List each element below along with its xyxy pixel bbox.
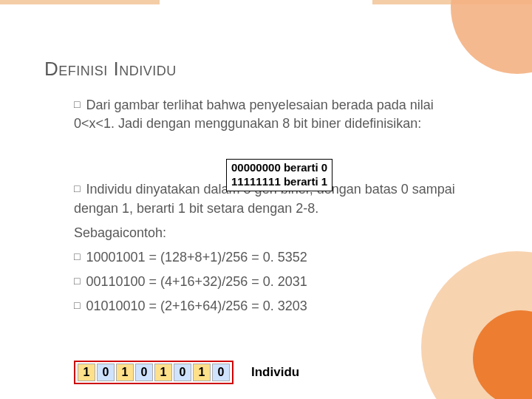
decor-bar — [160, 0, 372, 4]
bit-cell: 0 — [174, 364, 191, 381]
bullet-text: 10001001 = (128+8+1)/256 = 0. 5352 — [74, 248, 466, 267]
example-3: 01010010 = (2+16+64)/256 = 0. 3203 — [74, 297, 466, 316]
example-2: 00110100 = (4+16+32)/256 = 0. 2031 — [74, 273, 466, 291]
bullet-text: 01010010 = (2+16+64)/256 = 0. 3203 — [74, 297, 466, 316]
ex1-lead: 10001001 — [86, 250, 145, 265]
binary-meaning-box: 00000000 berarti 0 11111111 berarti 1 — [226, 159, 332, 191]
para2-lead: Individu — [86, 182, 132, 197]
slide: Definisi Individu Dari gambar terlihat b… — [0, 0, 532, 399]
bit-cell: 1 — [78, 364, 95, 381]
paragraph-1: Dari gambar terlihat bahwa penyelesaian … — [74, 96, 466, 133]
decor-circle — [451, 0, 532, 74]
para1-rest: gambar terlihat bahwa penyelesaian berad… — [74, 98, 434, 131]
individu-label: Individu — [251, 365, 299, 380]
bit-cell: 1 — [116, 364, 134, 381]
ex3-rest: = (2+16+64)/256 = 0. 3203 — [146, 299, 307, 313]
berarti-line-1: 00000000 berarti 0 — [231, 161, 327, 175]
ex2-rest: = (4+16+32)/256 = 0. 2031 — [146, 274, 307, 289]
bit-cell: 0 — [135, 364, 153, 381]
bit-cell: 1 — [193, 364, 211, 381]
ex1-rest: = (128+8+1)/256 = 0. 5352 — [146, 250, 307, 265]
individu-figure: 1 0 1 0 1 0 1 0 Individu — [74, 361, 299, 384]
bit-cell: 0 — [97, 364, 115, 381]
slide-title: Definisi Individu — [44, 58, 177, 81]
decor-bar — [0, 0, 160, 4]
contoh-label: Sebagaicontoh: — [74, 224, 466, 242]
slide-body: Dari gambar terlihat bahwa penyelesaian … — [74, 96, 466, 322]
bullet-text: 00110100 = (4+16+32)/256 = 0. 2031 — [74, 273, 466, 291]
para1-lead: Dari — [86, 98, 110, 112]
ex2-lead: 00110100 — [86, 274, 145, 289]
bit-row: 1 0 1 0 1 0 1 0 — [74, 361, 233, 384]
bit-cell: 0 — [212, 364, 230, 381]
berarti-line-2: 11111111 berarti 1 — [231, 175, 327, 189]
bullet-text: Dari gambar terlihat bahwa penyelesaian … — [74, 96, 466, 133]
ex3-lead: 01010010 — [86, 299, 145, 313]
bit-cell: 1 — [154, 364, 172, 381]
example-1: 10001001 = (128+8+1)/256 = 0. 5352 — [74, 248, 466, 267]
